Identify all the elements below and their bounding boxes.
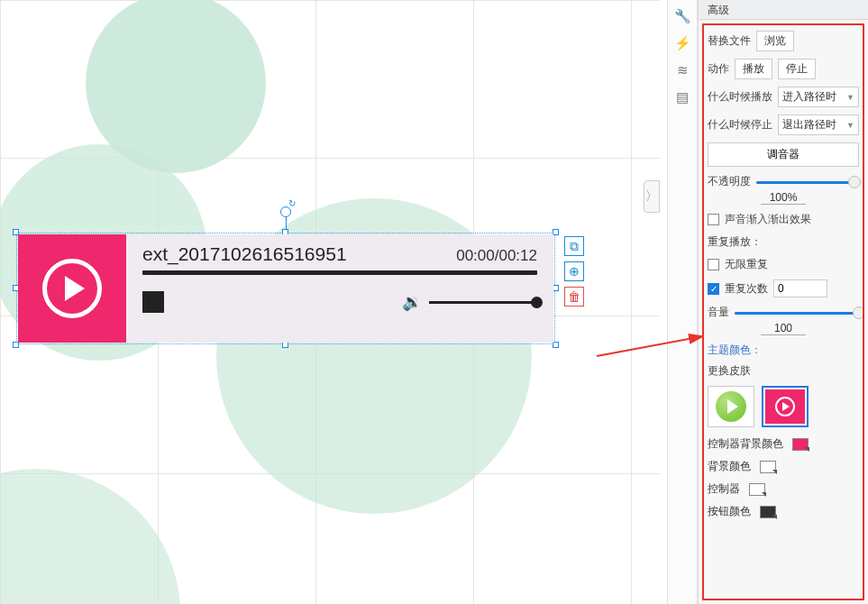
resize-handle-br[interactable] <box>553 342 559 348</box>
when-play-label: 什么时候播放 <box>708 89 772 105</box>
audio-info-panel: ext_2017102616516951 00:00/00:12 🔉 <box>126 234 553 343</box>
volume-value: 100 <box>761 322 806 335</box>
controller-bg-color-swatch[interactable] <box>792 438 809 451</box>
audio-widget-selection[interactable]: ↻ ext_2017102616516951 00 <box>16 233 555 344</box>
panel-body: 替换文件 浏览 动作 播放 停止 什么时候播放 进入路径时▼ 什么时候停止 退出… <box>702 23 864 600</box>
canvas[interactable]: ↻ ext_2017102616516951 00 <box>0 0 660 604</box>
wrench-icon[interactable]: 🔧 <box>673 7 691 25</box>
equalizer-button[interactable]: 调音器 <box>708 142 859 167</box>
resize-handle-mr[interactable] <box>553 285 559 291</box>
repeat-count-checkbox[interactable]: ✓ <box>708 283 719 295</box>
browse-button[interactable]: 浏览 <box>756 31 794 51</box>
volume-slider-thumb[interactable] <box>531 297 543 308</box>
properties-panel: 高级 替换文件 浏览 动作 播放 停止 什么时候播放 进入路径时▼ 什么时候停止 <box>698 0 868 604</box>
opacity-label: 不透明度 <box>708 174 751 189</box>
infinite-repeat-checkbox[interactable] <box>708 259 719 270</box>
fade-checkbox[interactable] <box>708 214 719 225</box>
panel-collapse-toggle[interactable]: 〉 <box>644 180 660 213</box>
repeat-count-label: 重复次数 <box>725 281 768 297</box>
when-play-value: 进入路径时 <box>782 89 836 105</box>
repeat-play-label: 重复播放： <box>708 234 762 250</box>
resize-handle-bl[interactable] <box>13 342 19 348</box>
skin-option-pink[interactable] <box>762 386 809 427</box>
fade-label: 声音渐入渐出效果 <box>725 212 811 227</box>
opacity-value: 100% <box>761 191 806 205</box>
add-button[interactable]: ⊕ <box>564 261 584 281</box>
infinite-repeat-label: 无限重复 <box>725 257 768 272</box>
play-circle-icon <box>42 259 102 318</box>
server-icon[interactable]: ▤ <box>673 88 691 106</box>
resize-handle-bm[interactable] <box>282 342 288 348</box>
controller-color-label: 控制器 <box>708 481 740 497</box>
bg-color-swatch[interactable] <box>760 461 776 473</box>
resize-handle-tr[interactable] <box>553 229 559 235</box>
when-play-select[interactable]: 进入路径时▼ <box>778 87 859 107</box>
play-triangle-icon <box>65 276 85 301</box>
button-color-label: 按钮颜色 <box>708 504 751 519</box>
bg-color-label: 背景颜色 <box>708 459 751 474</box>
selection-actions: ⧉ ⊕ 🗑 <box>564 236 586 307</box>
audio-widget[interactable]: ext_2017102616516951 00:00/00:12 🔉 <box>18 234 553 343</box>
theme-color-label: 主题颜色： <box>708 343 859 358</box>
controller-bg-color-label: 控制器背景颜色 <box>708 436 783 452</box>
rotate-arrow-icon: ↻ <box>288 198 296 208</box>
layers-icon[interactable]: ≋ <box>673 61 691 79</box>
skin-option-green[interactable] <box>708 386 754 427</box>
rotate-connector <box>286 217 287 229</box>
action-label: 动作 <box>708 61 729 77</box>
when-stop-label: 什么时候停止 <box>708 117 772 133</box>
repeat-count-input[interactable] <box>773 279 827 297</box>
audio-filename: ext_2017102616516951 <box>142 243 347 265</box>
audio-play-button[interactable] <box>18 234 126 343</box>
controller-color-swatch[interactable] <box>749 483 765 496</box>
replace-file-label: 替换文件 <box>708 33 751 49</box>
opacity-slider[interactable] <box>756 178 859 187</box>
flash-icon[interactable]: ⚡ <box>673 34 691 52</box>
button-color-swatch[interactable] <box>760 506 776 518</box>
audio-progress-bar[interactable] <box>142 270 537 275</box>
volume-icon[interactable]: 🔉 <box>402 292 422 312</box>
skin-options <box>708 386 859 427</box>
when-stop-value: 退出路径时 <box>782 117 836 133</box>
tool-icon-strip: 🔧 ⚡ ≋ ▤ <box>667 0 698 604</box>
duplicate-button[interactable]: ⧉ <box>564 236 584 256</box>
volume-label: 音量 <box>708 305 729 320</box>
rotate-handle[interactable] <box>280 206 291 217</box>
action-play-button[interactable]: 播放 <box>735 59 772 79</box>
audio-volume-slider[interactable] <box>429 301 537 304</box>
panel-title[interactable]: 高级 <box>699 0 868 20</box>
audio-time: 00:00/00:12 <box>456 247 537 265</box>
when-stop-select[interactable]: 退出路径时▼ <box>778 114 859 135</box>
delete-button[interactable]: 🗑 <box>564 287 584 307</box>
audio-stop-button[interactable] <box>142 291 164 313</box>
panel-volume-slider[interactable] <box>735 308 859 317</box>
change-skin-label: 更换皮肤 <box>708 363 751 379</box>
action-stop-button[interactable]: 停止 <box>778 59 816 79</box>
